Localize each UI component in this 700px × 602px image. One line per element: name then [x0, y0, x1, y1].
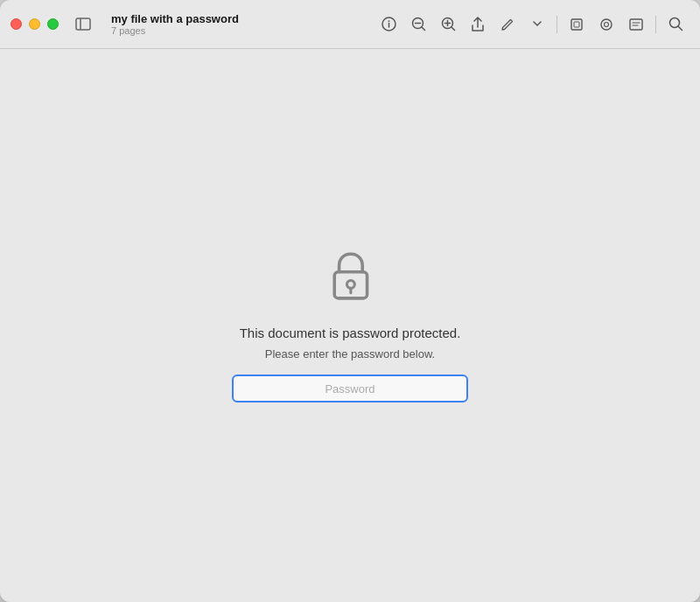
svg-rect-12 — [571, 19, 582, 30]
info-icon — [382, 17, 396, 32]
password-input[interactable] — [232, 374, 468, 402]
search-icon — [668, 17, 683, 32]
lock-icon — [322, 248, 378, 304]
close-button[interactable] — [10, 18, 22, 30]
zoom-in-icon — [441, 17, 456, 32]
highlight-button[interactable] — [592, 10, 620, 38]
title-info: my file with a password 7 pages — [111, 12, 374, 36]
zoom-in-button[interactable] — [434, 10, 462, 38]
markup-icon — [629, 18, 643, 31]
highlight-icon — [599, 18, 613, 32]
password-protected-title: This document is password protected. — [240, 326, 461, 340]
main-content: This document is password protected. Ple… — [0, 49, 700, 602]
svg-rect-0 — [76, 18, 90, 30]
share-icon — [471, 17, 485, 32]
svg-rect-16 — [630, 19, 642, 30]
pen-icon — [500, 18, 514, 32]
share-button[interactable] — [464, 10, 492, 38]
svg-line-11 — [452, 27, 455, 31]
toolbar-separator — [556, 16, 557, 33]
markup-button[interactable] — [622, 10, 650, 38]
svg-line-7 — [422, 27, 425, 31]
title-bar: my file with a password 7 pages — [0, 0, 700, 49]
dropdown-button[interactable] — [523, 10, 551, 38]
password-prompt: This document is password protected. Ple… — [232, 248, 468, 402]
window-title: my file with a password — [111, 12, 239, 25]
pen-button[interactable] — [494, 10, 522, 38]
svg-rect-13 — [574, 22, 579, 27]
info-button[interactable] — [374, 10, 402, 38]
toolbar-separator-2 — [655, 16, 656, 33]
traffic-lights — [10, 18, 59, 30]
lock-icon-wrapper — [322, 248, 378, 308]
zoom-out-button[interactable] — [404, 10, 432, 38]
chevron-down-icon — [533, 21, 542, 27]
crop-button[interactable] — [563, 10, 591, 38]
svg-rect-21 — [334, 272, 367, 298]
sidebar-icon — [75, 18, 91, 31]
zoom-out-icon — [411, 17, 426, 32]
toolbar — [374, 10, 690, 38]
password-prompt-subtitle: Please enter the password below. — [265, 347, 435, 360]
search-button[interactable] — [662, 10, 690, 38]
svg-point-15 — [605, 22, 609, 26]
window-subtitle: 7 pages — [111, 25, 145, 36]
svg-line-20 — [678, 26, 682, 31]
svg-point-14 — [601, 19, 612, 30]
sidebar-toggle-button[interactable] — [69, 10, 97, 38]
maximize-button[interactable] — [47, 18, 59, 30]
app-window: my file with a password 7 pages — [0, 0, 700, 602]
crop-icon — [570, 18, 584, 32]
svg-point-4 — [388, 20, 389, 22]
minimize-button[interactable] — [29, 18, 40, 30]
